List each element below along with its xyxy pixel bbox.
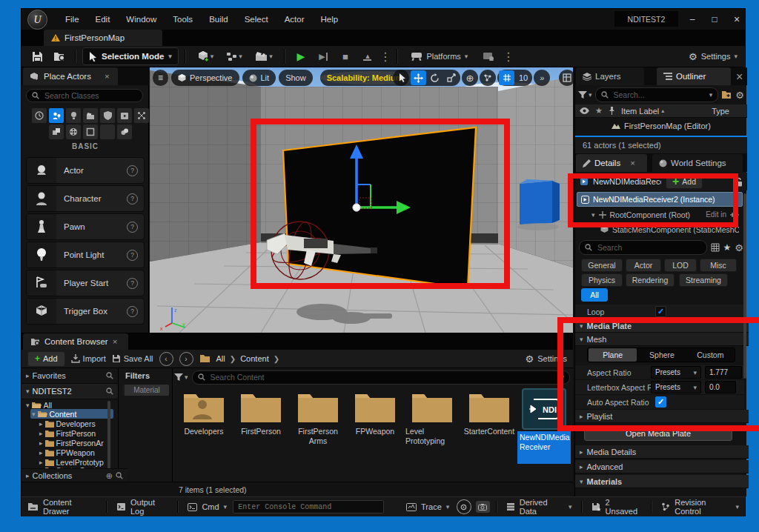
tree-scrollbar[interactable] <box>107 401 110 469</box>
selection-mode-dropdown[interactable]: Selection Mode ▾ <box>82 47 179 65</box>
filter-streaming[interactable]: Streaming <box>679 273 728 287</box>
breadcrumb-all[interactable]: All <box>216 354 225 363</box>
media-category-icon[interactable] <box>117 108 132 123</box>
place-actor-item-trigger-box[interactable]: Trigger Box ? <box>26 298 145 325</box>
basic-category-icon[interactable] <box>49 108 64 123</box>
outliner-world-row[interactable]: FirstPersonMap (Editor) <box>575 119 747 133</box>
menu-file[interactable]: File <box>57 9 87 30</box>
test-category-icon[interactable] <box>134 108 149 123</box>
cinematics-dropdown[interactable]: ▾ <box>250 47 278 65</box>
blueprints-dropdown[interactable]: ▾ <box>222 47 247 65</box>
move-tool-button[interactable] <box>411 70 426 85</box>
property-matrix-icon[interactable] <box>711 243 720 252</box>
select-tool-button[interactable] <box>394 70 410 85</box>
content-browser-tab[interactable]: Content Browser × <box>23 333 128 350</box>
filter-actor[interactable]: Actor <box>626 259 661 272</box>
search-icon[interactable] <box>106 372 113 379</box>
close-icon[interactable]: × <box>736 70 743 84</box>
asset-folder-firstperson-arms[interactable]: FirstPerson Arms <box>291 390 345 446</box>
forward-button[interactable]: › <box>179 352 193 366</box>
revision-control-dropdown[interactable]: Revision Control ▾ <box>655 497 745 516</box>
eject-button[interactable]: ▴ <box>358 47 377 65</box>
content-drawer-button[interactable]: Content Drawer <box>21 497 103 516</box>
details-search-input[interactable] <box>596 242 701 253</box>
close-icon[interactable]: × <box>113 337 118 346</box>
cinematic-category-icon[interactable] <box>83 108 98 123</box>
import-button[interactable]: Import <box>71 354 106 363</box>
section-media-details[interactable]: ▸ Media Details <box>575 445 749 459</box>
favorites-header[interactable]: ▸ Favorites <box>21 368 118 384</box>
insights-icon[interactable] <box>457 499 471 514</box>
help-icon[interactable]: ? <box>127 250 138 261</box>
filter-general[interactable]: General <box>581 259 623 272</box>
place-actor-item-pawn[interactable]: Pawn ? <box>26 213 145 240</box>
tree-item-developers[interactable]: ▸ Developers <box>39 419 96 428</box>
tab-world-settings[interactable]: World Settings <box>652 154 743 172</box>
menu-window[interactable]: Window <box>118 9 165 30</box>
place-actor-item-character[interactable]: Character ? <box>26 185 145 212</box>
visibility-eye-icon[interactable] <box>580 107 589 114</box>
item-label-column[interactable]: Item Label <box>621 107 659 116</box>
unsaved-button[interactable]: 2 Unsaved <box>586 497 649 516</box>
close-icon[interactable]: × <box>630 159 635 167</box>
maximize-button[interactable]: □ <box>705 10 724 29</box>
visual-effects-category-icon[interactable] <box>100 108 115 123</box>
skip-button[interactable]: ▶ <box>314 47 333 65</box>
tree-item-content[interactable]: ▾ Content <box>32 410 76 419</box>
geometry-category-icon[interactable] <box>49 124 64 139</box>
virtual-camera-button[interactable] <box>478 47 500 65</box>
place-actor-item-point-light[interactable]: Point Light ? <box>26 242 145 268</box>
outliner-settings-icon[interactable]: ⚙ <box>735 90 744 101</box>
details-settings-icon[interactable]: ⚙ <box>735 242 743 253</box>
tab-details[interactable]: Details × <box>576 154 647 172</box>
search-classes-box[interactable] <box>26 89 143 102</box>
settings-dropdown[interactable]: ⚙ Settings ▾ <box>689 51 738 62</box>
grid-snap-toggle[interactable] <box>499 70 514 85</box>
viewport-options-menu[interactable]: ≡ <box>153 70 168 86</box>
place-actor-item-actor[interactable]: Actor ? <box>26 157 145 184</box>
tree-item-firstperson[interactable]: ▸ FirstPerson <box>39 429 96 438</box>
misc-category-icon[interactable] <box>117 124 132 139</box>
stop-button[interactable]: ■ <box>336 47 355 65</box>
asset-folder-fpweapon[interactable]: FPWeapon <box>348 390 402 436</box>
world-local-toggle[interactable]: ⊕ <box>462 70 478 86</box>
search-content-input[interactable] <box>209 372 557 382</box>
surface-snapping-button[interactable] <box>480 70 496 86</box>
menu-tools[interactable]: Tools <box>165 9 201 30</box>
filter-physics[interactable]: Physics <box>581 273 623 287</box>
tree-item-levelprototyping[interactable]: ▸ LevelPrototyp <box>39 458 104 467</box>
grid-filter-button[interactable]: ▾ <box>174 373 188 381</box>
save-current-level-button[interactable] <box>27 47 47 65</box>
lights-category-icon[interactable] <box>66 108 81 123</box>
filter-chip-material[interactable]: Material <box>122 385 169 396</box>
collections-header[interactable]: ▸ Collections ⊕ <box>21 468 127 482</box>
show-dropdown[interactable]: Show <box>279 70 313 86</box>
pin-icon[interactable] <box>609 107 615 116</box>
grid-snap-value[interactable]: 10 <box>516 73 531 82</box>
output-log-button[interactable]: Output Log <box>110 497 174 516</box>
search-classes-input[interactable] <box>43 90 137 101</box>
add-button[interactable]: + Add <box>27 351 65 367</box>
help-icon[interactable]: ? <box>127 165 138 176</box>
tree-item-fpweapon[interactable]: ▸ FPWeapon <box>39 448 95 457</box>
search-icon[interactable] <box>106 388 113 395</box>
shapes-category-icon[interactable] <box>83 124 98 139</box>
help-icon[interactable]: ? <box>127 222 138 233</box>
blank-category-icon[interactable] <box>100 124 115 139</box>
help-icon[interactable]: ? <box>127 193 138 205</box>
details-search-box[interactable] <box>579 240 707 255</box>
maximize-viewport-button[interactable] <box>559 70 573 86</box>
unreal-logo-icon[interactable]: U <box>27 10 47 30</box>
favorites-star-icon[interactable]: ★ <box>723 242 732 253</box>
perspective-dropdown[interactable]: Perspective <box>171 70 239 86</box>
scale-tool-button[interactable] <box>443 70 459 85</box>
tab-outliner[interactable]: Outliner <box>657 67 731 85</box>
help-icon[interactable]: ? <box>127 278 138 289</box>
asset-folder-firstperson[interactable]: FirstPerson <box>234 390 288 436</box>
menu-build[interactable]: Build <box>201 9 236 30</box>
outliner-filter-button[interactable]: ▾ <box>578 91 592 99</box>
section-materials[interactable]: ▾ Materials <box>575 475 749 488</box>
derived-data-dropdown[interactable]: Derived Data ▾ <box>500 497 578 516</box>
close-button[interactable]: × <box>727 10 746 29</box>
add-actor-dropdown[interactable]: ▾ <box>192 47 219 65</box>
